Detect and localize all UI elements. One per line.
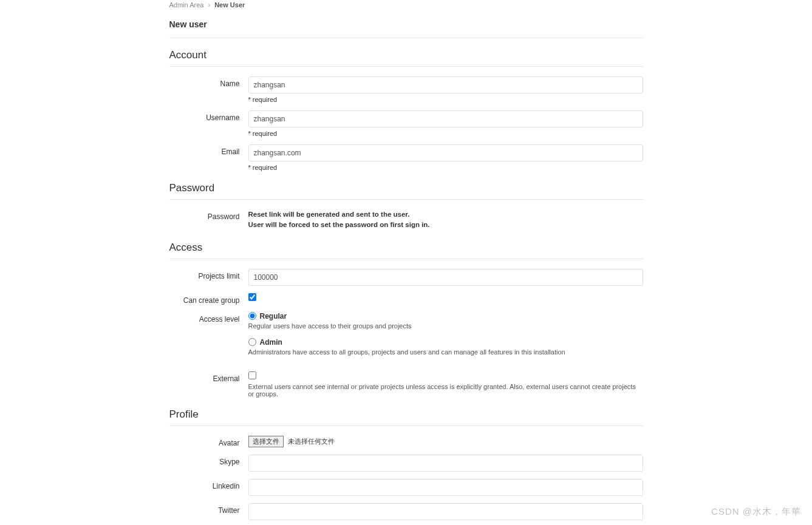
avatar-file-status: 未选择任何文件 bbox=[288, 438, 335, 445]
projects-limit-input[interactable] bbox=[248, 269, 643, 286]
section-account-heading: Account bbox=[169, 49, 643, 67]
avatar-label: Avatar bbox=[169, 436, 248, 447]
name-label: Name bbox=[169, 76, 248, 88]
access-level-admin-radio[interactable] bbox=[248, 338, 256, 346]
skype-input[interactable] bbox=[248, 455, 643, 472]
can-create-group-label: Can create group bbox=[169, 293, 248, 305]
email-label: Email bbox=[169, 144, 248, 156]
password-info-2: User will be forced to set the password … bbox=[248, 220, 643, 230]
projects-limit-label: Projects limit bbox=[169, 269, 248, 280]
section-access-heading: Access bbox=[169, 242, 643, 259]
breadcrumb: Admin Area › New User bbox=[169, 1, 643, 8]
access-level-admin-label: Admin bbox=[260, 338, 282, 347]
skype-label: Skype bbox=[169, 455, 248, 466]
access-level-admin-help: Administrators have access to all groups… bbox=[248, 348, 643, 356]
watermark: CSDN @水木，年華 bbox=[711, 506, 801, 518]
username-input[interactable] bbox=[248, 110, 643, 127]
twitter-label: Twitter bbox=[169, 503, 248, 515]
email-input[interactable] bbox=[248, 144, 643, 161]
chevron-right-icon: › bbox=[208, 1, 210, 8]
password-info-1: Reset link will be generated and sent to… bbox=[248, 209, 643, 220]
access-level-regular-help: Regular users have access to their group… bbox=[248, 322, 643, 330]
access-level-label: Access level bbox=[169, 312, 248, 323]
name-required: * required bbox=[248, 96, 643, 103]
section-profile-heading: Profile bbox=[169, 408, 643, 426]
twitter-input[interactable] bbox=[248, 503, 643, 520]
page-title: New user bbox=[169, 19, 643, 38]
breadcrumb-admin-area[interactable]: Admin Area bbox=[169, 1, 204, 8]
section-password-heading: Password bbox=[169, 182, 643, 200]
external-label: External bbox=[169, 371, 248, 383]
username-label: Username bbox=[169, 110, 248, 122]
email-required: * required bbox=[248, 164, 643, 171]
access-level-regular-radio[interactable] bbox=[248, 312, 256, 320]
linkedin-input[interactable] bbox=[248, 479, 643, 496]
avatar-choose-file-button[interactable]: 选择文件 bbox=[248, 436, 284, 447]
password-label: Password bbox=[169, 209, 248, 221]
linkedin-label: Linkedin bbox=[169, 479, 248, 490]
username-required: * required bbox=[248, 130, 643, 137]
external-checkbox[interactable] bbox=[248, 371, 256, 379]
name-input[interactable] bbox=[248, 76, 643, 93]
can-create-group-checkbox[interactable] bbox=[248, 293, 256, 301]
access-level-regular-label: Regular bbox=[260, 312, 287, 320]
breadcrumb-current: New User bbox=[214, 1, 245, 8]
external-help: External users cannot see internal or pr… bbox=[248, 383, 643, 398]
